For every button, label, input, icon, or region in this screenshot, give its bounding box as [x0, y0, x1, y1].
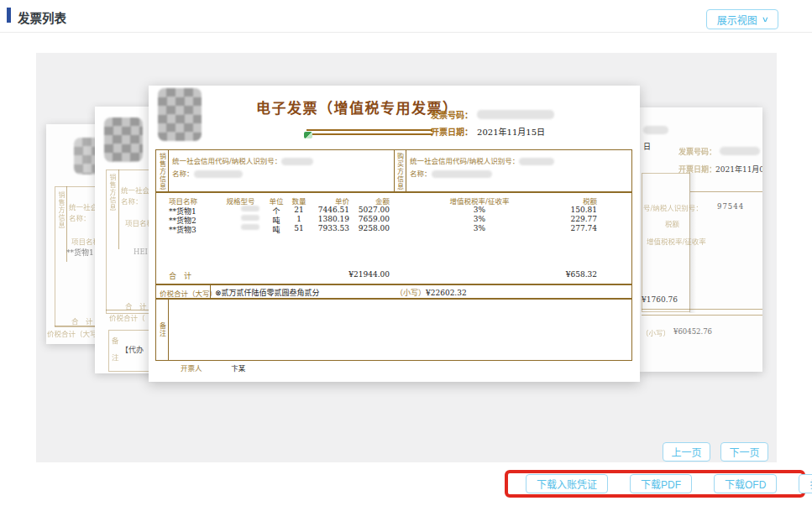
amount-words-label: 价税合计（大写）: [160, 288, 217, 298]
redacted-blur: [241, 215, 259, 221]
invoice-card-main[interactable]: 电子发票（增值税专用发票） 发票号码： 开票日期： 2021年11月15日 销售…: [149, 86, 640, 382]
redacted-blur: [519, 158, 554, 165]
buyer-section: 购买方信息 统一社会信用代码/纳税人识别号： 名称：: [394, 150, 631, 192]
tax-total-fragment: ¥1760.76: [642, 295, 678, 304]
name-label-fragment: 名称：: [69, 212, 91, 222]
total-label-fragment: 合 计: [71, 316, 93, 326]
download-voucher-label: 下载入账凭证: [537, 477, 597, 491]
issuer-row: 开票人 卞某: [181, 363, 245, 373]
invoice-grid-fragment: [642, 315, 762, 316]
seller-section: 销售方信息 统一社会信用代码/纳税人识别号： 名称：: [156, 150, 395, 192]
total-row: 合 计 ¥21944.00 ¥658.32: [156, 270, 631, 279]
prev-page-button[interactable]: 上一页: [663, 442, 710, 462]
invoice-number-label: 发票号码：: [431, 111, 473, 120]
seller-vertical-label: 销售方信息: [56, 191, 65, 229]
item-tax: 150.81: [530, 206, 597, 214]
redacted-blur: [241, 206, 259, 211]
item-tax: 277.74: [530, 224, 597, 232]
buyer-name-label: 名称：: [410, 170, 432, 178]
qr-code-blur: [158, 88, 202, 141]
issuer-label: 开票人: [181, 364, 202, 373]
item-fragment: **货物1: [66, 247, 94, 258]
page-title: 发票列表: [18, 8, 66, 26]
rate-header-fragment: 增值税税率/征收率: [647, 236, 706, 246]
remark-char: 备: [159, 322, 166, 330]
item-row: **货物2 吨 1 1380.19 7659.00 3% 229.77: [156, 215, 631, 224]
invoice-date-value: 2021年11月01: [715, 164, 762, 175]
item-amount: 7659.00: [341, 215, 390, 223]
tax-id-label-fragment: 号/纳税人识别号：: [643, 202, 703, 212]
item-name: **货物3: [169, 224, 236, 235]
seller-content: 统一社会信用代码/纳税人识别号： 名称：: [172, 155, 313, 180]
total-label: 合 计: [169, 270, 236, 281]
total-amount: ¥21944.00: [341, 270, 390, 279]
small-amount-value-fragment: ¥60452.76: [673, 327, 712, 336]
seal-glyph-icon: [304, 132, 312, 138]
amount-small-group: （小写）¥22602.32: [396, 287, 467, 298]
title-accent-bar: [7, 8, 11, 23]
item-amount: 9258.00: [341, 224, 390, 232]
issuer-value: 卞某: [231, 364, 245, 373]
print-button[interactable]: 打印: [799, 474, 812, 493]
invoice-title: 电子发票（增值税专用发票）: [256, 97, 458, 117]
remark-vertical-char: 注: [112, 352, 119, 362]
items-header-row: 项目名称 规格型号 单位 数量 单价 金额 增值税税率/征收率 税额: [156, 196, 631, 205]
view-mode-label: 展示视图: [717, 13, 757, 27]
name-label-fragment: 名称：: [121, 196, 143, 206]
col-header: 规格型号: [217, 196, 264, 206]
tax-id-fragment: 统一社会: [121, 185, 149, 195]
invoice-date-row: 开票日期： 2021年11月15日: [431, 123, 545, 138]
redacted-blur: [194, 170, 243, 178]
redacted-blur: [432, 170, 492, 178]
cell-divider: [210, 284, 211, 299]
buyer-tax-id-label: 统一社会信用代码/纳税人识别号：: [410, 157, 519, 165]
party-info-box: 销售方信息 统一社会信用代码/纳税人识别号： 名称： 购买方信息 统一社会信用代…: [155, 149, 632, 193]
buyer-vertical-label: 购买方信息: [396, 153, 405, 190]
invoice-grid-fragment: [118, 170, 119, 249]
item-row: **货物1 个 21 7446.51 5027.00 3% 150.81: [156, 206, 631, 215]
remarks-vertical-label: 备注: [158, 322, 167, 337]
item-tax: 229.77: [530, 215, 597, 223]
items-table: 项目名称 规格型号 单位 数量 单价 金额 增值税税率/征收率 税额 **货物1…: [155, 191, 632, 285]
download-pdf-button[interactable]: 下载PDF: [630, 474, 692, 493]
redacted-blur: [477, 110, 554, 119]
download-voucher-button[interactable]: 下载入账凭证: [526, 474, 608, 493]
download-ofd-button[interactable]: 下载OFD: [714, 474, 777, 493]
invoice-number-label: 发票号码：: [678, 146, 716, 157]
invoice-card-right[interactable]: 日 发票号码： 开票日期： 2021年11月01 号/纳税人识别号： 97544…: [640, 107, 762, 372]
item-row: **货物3 吨 51 7933.53 9258.00 3% 277.74: [156, 224, 631, 233]
tax-id-value: 97544: [717, 202, 744, 211]
invoice-date-label: 开票日期：: [431, 128, 473, 137]
invoice-grid-fragment: [690, 191, 762, 192]
page-header: 发票列表 展示视图 ∨: [0, 0, 812, 32]
next-page-button[interactable]: 下一页: [720, 442, 768, 462]
remarks-box: 备注: [155, 298, 632, 361]
buyer-vertical-column: 购买方信息: [394, 150, 406, 192]
seller-tax-id-label: 统一社会信用代码/纳税人识别号：: [172, 157, 281, 165]
header-divider: [0, 32, 812, 33]
remarks-vertical-column: 备注: [156, 299, 169, 360]
seller-name-label: 名称：: [172, 170, 194, 178]
amount-words-label-fragment: 价税合计（: [109, 312, 145, 322]
next-page-label: 下一页: [729, 445, 759, 459]
download-ofd-label: 下载OFD: [725, 477, 766, 491]
col-header: 税额: [530, 196, 597, 206]
buyer-content: 统一社会信用代码/纳税人识别号： 名称：: [410, 155, 554, 180]
amount-words-value: ⊗贰万贰仟陆佰零贰圆叁角贰分: [215, 287, 320, 298]
invoice-number-row: 发票号码：: [431, 106, 554, 122]
download-pdf-label: 下载PDF: [641, 477, 681, 491]
spec-fragment: HEI: [134, 248, 148, 256]
redacted-blur: [720, 147, 760, 155]
redacted-blur: [643, 126, 668, 134]
date-fragment: 日: [643, 141, 651, 152]
item-amount: 5027.00: [341, 206, 390, 214]
title-underline: [306, 129, 432, 135]
invoice-grid-fragment: [642, 309, 762, 310]
redacted-blur: [281, 158, 313, 165]
amount-small-label: （小写）: [396, 289, 426, 297]
view-mode-dropdown[interactable]: 展示视图 ∨: [706, 9, 778, 29]
prev-page-label: 上一页: [671, 445, 701, 459]
total-tax: ¥658.32: [530, 270, 597, 279]
remark-char: 注: [159, 330, 166, 337]
annotation-highlight-rect: 下载入账凭证 下载PDF 下载OFD 打印: [505, 470, 805, 498]
